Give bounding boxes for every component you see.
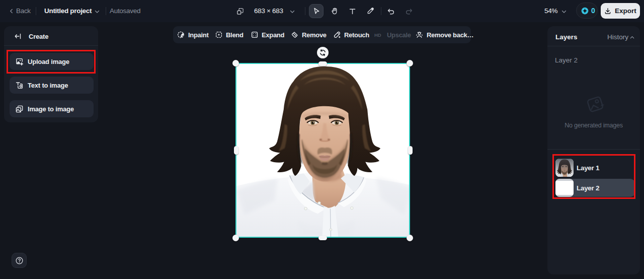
svg-text:HD: HD (374, 32, 381, 38)
